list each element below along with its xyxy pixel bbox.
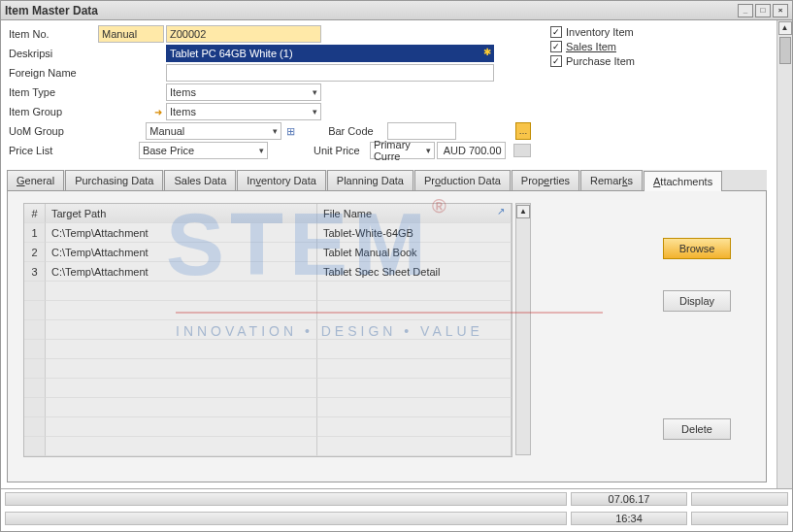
window-title: Item Master Data — [5, 4, 736, 17]
item-group-label: Item Group — [7, 106, 96, 117]
table-row[interactable]: 1C:\Temp\AttachmentTablet-White-64GB — [24, 223, 512, 243]
tab-sales[interactable]: Sales Data — [164, 170, 236, 190]
status-date: 07.06.17 — [571, 492, 687, 506]
item-no-input[interactable]: Z00002 — [166, 25, 321, 43]
delete-button[interactable]: Delete — [663, 418, 731, 440]
status-bar-1 — [5, 492, 567, 506]
price-list-select[interactable]: Base Price — [139, 142, 268, 159]
price-list-label: Price List — [7, 145, 81, 156]
barcode-label: Bar Code — [326, 125, 385, 137]
table-row[interactable] — [24, 417, 512, 437]
tab-strip: General Purchasing Data Sales Data Inven… — [7, 170, 767, 191]
item-no-mode-select[interactable]: Manual — [98, 25, 164, 43]
attachments-pane: # Target Path File Name ↗ 1C:\Temp\Attac… — [7, 191, 767, 482]
choose-from-list-icon[interactable]: ✱ — [483, 47, 491, 57]
barcode-input[interactable] — [387, 122, 456, 140]
status-slot-2 — [691, 512, 788, 525]
tab-purchasing[interactable]: Purchasing Data — [65, 170, 163, 190]
item-no-label: Item No. — [7, 28, 96, 40]
close-button[interactable]: × — [773, 4, 788, 17]
display-button[interactable]: Display — [663, 290, 731, 312]
vertical-scrollbar[interactable]: ▲ — [776, 20, 792, 531]
tab-remarks[interactable]: Remarks — [580, 170, 643, 190]
foreign-name-label: Foreign Name — [7, 67, 96, 79]
item-group-select[interactable]: Items — [166, 103, 321, 120]
col-target-path[interactable]: Target Path — [46, 204, 317, 223]
foreign-name-input[interactable] — [166, 64, 494, 82]
description-label: Deskripsi — [7, 48, 96, 59]
unit-price-label: Unit Price — [312, 145, 368, 156]
tab-production[interactable]: Production Data — [414, 170, 511, 190]
inventory-item-checkbox[interactable]: ✓Inventory Item — [550, 26, 635, 38]
tab-attachments[interactable]: Attachments — [644, 171, 722, 191]
table-row[interactable]: 2C:\Temp\AttachmentTablet Manual Book — [24, 243, 512, 262]
table-row[interactable] — [24, 282, 512, 301]
sales-item-checkbox[interactable]: ✓Sales Item — [550, 41, 635, 52]
status-bar-2 — [5, 512, 567, 525]
expand-icon[interactable]: ↗ — [497, 206, 505, 216]
table-row[interactable] — [24, 359, 512, 379]
purchase-item-checkbox[interactable]: ✓Purchase Item — [550, 55, 635, 67]
item-type-select[interactable]: Items — [166, 83, 321, 101]
tab-inventory[interactable]: Inventory Data — [237, 170, 326, 190]
price-details-button[interactable] — [513, 144, 531, 157]
minimize-button[interactable]: _ — [738, 4, 753, 17]
scroll-up-icon[interactable]: ▲ — [516, 205, 530, 218]
browse-button[interactable]: Browse — [663, 238, 731, 259]
status-bar: 07.06.17 16:34 — [1, 488, 792, 531]
uom-group-select[interactable]: Manual — [146, 122, 281, 140]
table-row[interactable] — [24, 379, 512, 398]
status-slot-1 — [691, 492, 788, 506]
titlebar: Item Master Data _ □ × — [1, 1, 792, 20]
barcode-cfl-button[interactable]: … — [515, 122, 531, 140]
unit-price-input[interactable]: AUD 700.00 — [437, 142, 505, 159]
table-row[interactable] — [24, 398, 512, 417]
scroll-thumb[interactable] — [779, 37, 791, 64]
col-file-name[interactable]: File Name ↗ — [317, 204, 512, 223]
grid-scrollbar[interactable]: ▲ — [515, 203, 531, 455]
col-num[interactable]: # — [24, 204, 46, 223]
link-arrow-icon[interactable]: ➜ — [150, 107, 162, 117]
uom-group-label: UoM Group — [7, 125, 84, 137]
attachments-grid: # Target Path File Name ↗ 1C:\Temp\Attac… — [23, 203, 512, 457]
table-row[interactable] — [24, 301, 512, 320]
scroll-up-icon[interactable]: ▲ — [778, 21, 792, 35]
form-area: Item No. Manual Z00002 Deskripsi Tablet … — [1, 20, 773, 475]
tab-properties[interactable]: Properties — [512, 170, 579, 190]
table-row[interactable] — [24, 320, 512, 340]
uom-details-icon[interactable]: ⊞ — [283, 125, 297, 138]
tab-general[interactable]: General — [7, 170, 64, 190]
table-row[interactable] — [24, 340, 512, 359]
tab-planning[interactable]: Planning Data — [327, 170, 413, 190]
table-row[interactable] — [24, 437, 512, 456]
description-input[interactable]: Tablet PC 64GB White (1) ✱ — [166, 45, 494, 62]
table-row[interactable]: 3C:\Temp\AttachmentTablet Spec Sheet Det… — [24, 262, 512, 282]
unit-price-currency-select[interactable]: Primary Curre — [370, 142, 435, 159]
status-time: 16:34 — [571, 512, 687, 525]
item-type-label: Item Type — [7, 86, 96, 98]
maximize-button[interactable]: □ — [755, 4, 771, 17]
